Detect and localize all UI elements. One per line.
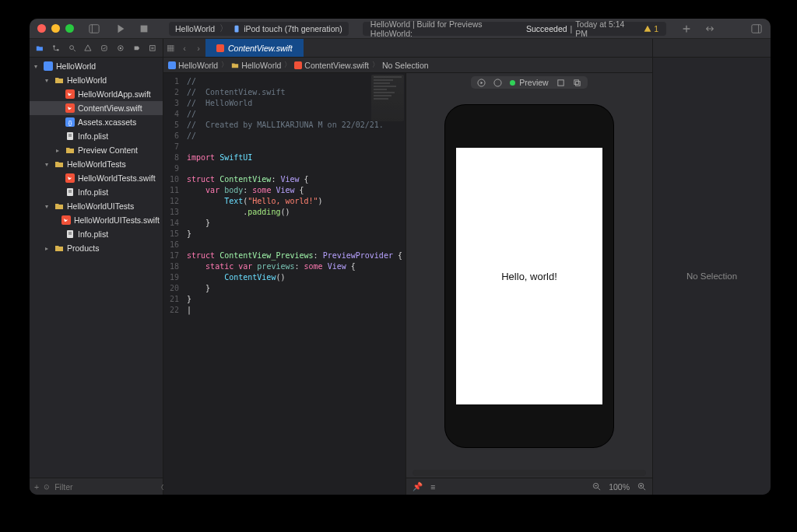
- tree-item-label: Info.plist: [78, 187, 108, 197]
- svg-rect-52: [168, 61, 176, 69]
- minimize-window-button[interactable]: [51, 24, 60, 33]
- debug-navigator-icon[interactable]: [117, 44, 125, 53]
- svg-rect-8: [752, 24, 761, 33]
- svg-marker-14: [85, 44, 91, 50]
- canvas-scrollbar[interactable]: [413, 470, 646, 476]
- preview-label: Preview: [519, 78, 548, 87]
- tab-forward-button[interactable]: ›: [191, 39, 205, 57]
- scheme-device: iPod touch (7th generation): [244, 24, 342, 33]
- code-review-button[interactable]: [704, 23, 716, 35]
- tree-item[interactable]: ▸Preview Content: [30, 143, 163, 157]
- window-body: ▾HelloWorld▾HelloWorldHelloWorldApp.swif…: [30, 58, 771, 495]
- file-tree[interactable]: ▾HelloWorld▾HelloWorldHelloWorldApp.swif…: [30, 58, 163, 478]
- disclosure-triangle-icon[interactable]: ▸: [56, 147, 62, 154]
- zoom-level[interactable]: 100%: [609, 482, 630, 492]
- tree-item[interactable]: HelloWorldUITests.swift: [30, 213, 163, 227]
- minimap[interactable]: [371, 75, 404, 121]
- source-control-navigator-icon[interactable]: [52, 44, 60, 53]
- inspect-preview-icon[interactable]: [493, 79, 502, 87]
- find-navigator-icon[interactable]: [68, 44, 76, 53]
- navigator-filter-input[interactable]: [54, 482, 156, 492]
- jump-crumb-project[interactable]: HelloWorld: [168, 61, 218, 70]
- disclosure-triangle-icon[interactable]: ▾: [34, 63, 40, 70]
- test-navigator-icon[interactable]: [100, 44, 108, 53]
- tree-item[interactable]: ▾HelloWorld: [30, 73, 163, 87]
- svg-marker-55: [481, 81, 483, 84]
- tree-item[interactable]: ▾HelloWorldUITests: [30, 199, 163, 213]
- status-separator: |: [571, 24, 573, 33]
- jump-bar[interactable]: HelloWorld 〉 HelloWorld 〉 ContentView.sw…: [163, 58, 652, 73]
- pin-preview-icon[interactable]: 📌: [413, 481, 423, 492]
- filter-scope-icon[interactable]: ⊙: [44, 483, 50, 491]
- disclosure-triangle-icon[interactable]: ▾: [45, 77, 51, 84]
- tree-item[interactable]: ▸Products: [30, 241, 163, 255]
- disclosure-triangle-icon[interactable]: ▾: [45, 203, 51, 210]
- code-text[interactable]: //// ContentView.swift// HelloWorld//// …: [184, 73, 406, 495]
- editor-area: HelloWorld 〉 HelloWorld 〉 ContentView.sw…: [163, 58, 652, 495]
- tree-item[interactable]: ContentView.swift: [30, 101, 163, 115]
- inspector-empty-text: No Selection: [686, 271, 737, 281]
- line-gutter: 12345678910111213141516171819202122: [163, 73, 184, 495]
- editor-split: 12345678910111213141516171819202122 ////…: [163, 73, 652, 495]
- activity-status[interactable]: HelloWorld | Build for Previews HelloWor…: [363, 22, 666, 36]
- issue-navigator-icon[interactable]: [84, 44, 92, 53]
- zoom-in-icon[interactable]: [637, 482, 646, 491]
- svg-marker-2: [118, 24, 125, 33]
- disclosure-triangle-icon[interactable]: ▾: [45, 161, 51, 168]
- tree-item[interactable]: Info.plist: [30, 185, 163, 199]
- duplicate-preview-icon[interactable]: [573, 79, 581, 87]
- tree-item[interactable]: Info.plist: [30, 227, 163, 241]
- inspector-panel: No Selection: [652, 58, 771, 495]
- svg-line-13: [73, 49, 75, 51]
- jump-crumb-file[interactable]: ContentView.swift: [294, 61, 369, 70]
- tree-item[interactable]: {}Assets.xcassets: [30, 115, 163, 129]
- toggle-navigator-icon[interactable]: [88, 23, 100, 35]
- live-preview-icon[interactable]: [477, 79, 486, 87]
- tree-item[interactable]: HelloWorldTests.swift: [30, 171, 163, 185]
- tree-item-label: HelloWorld: [56, 61, 96, 71]
- add-target-icon[interactable]: +: [34, 482, 39, 492]
- run-button[interactable]: [114, 23, 127, 35]
- disclosure-triangle-icon[interactable]: ▸: [45, 245, 51, 252]
- tree-item-label: Assets.xcassets: [78, 117, 136, 127]
- tree-item[interactable]: Info.plist: [30, 129, 163, 143]
- tab-related-items-icon[interactable]: ▦: [163, 39, 177, 57]
- canvas-settings-icon[interactable]: ≡: [430, 482, 435, 492]
- folder-yellow-icon: [54, 75, 64, 85]
- tree-item[interactable]: ▾HelloWorld: [30, 59, 163, 73]
- svg-text:{}: {}: [68, 120, 72, 126]
- warning-badge[interactable]: 1: [644, 24, 658, 33]
- library-button[interactable]: [750, 23, 763, 35]
- tree-item[interactable]: ▾HelloWorldTests: [30, 157, 163, 171]
- plist-icon: [65, 187, 75, 197]
- canvas-footer: 📌 ≡ 100%: [406, 478, 652, 495]
- open-file-tab[interactable]: ContentView.swift: [205, 39, 304, 57]
- preview-status[interactable]: Preview: [510, 78, 548, 87]
- open-file-tab-label: ContentView.swift: [228, 44, 293, 53]
- tree-item-label: Preview Content: [78, 145, 138, 155]
- zoom-out-icon[interactable]: [592, 482, 601, 491]
- editor-tabbar: ▦ ‹ › ContentView.swift: [163, 39, 652, 57]
- plist-icon: [65, 229, 75, 239]
- project-navigator: ▾HelloWorld▾HelloWorldHelloWorldApp.swif…: [30, 58, 163, 495]
- device-settings-icon[interactable]: [556, 79, 565, 87]
- scheme-selector[interactable]: HelloWorld 〉 iPod touch (7th generation): [169, 22, 349, 36]
- breakpoint-navigator-icon[interactable]: [133, 44, 141, 53]
- tab-back-button[interactable]: ‹: [177, 39, 191, 57]
- canvas-viewport[interactable]: Hello, world!: [406, 92, 652, 470]
- canvas-toolbar: Preview: [406, 73, 652, 92]
- tree-item-label: HelloWorldUITests.swift: [74, 215, 160, 225]
- tree-item[interactable]: HelloWorldApp.swift: [30, 87, 163, 101]
- project-navigator-icon[interactable]: [36, 44, 44, 53]
- jump-crumb-group[interactable]: HelloWorld: [231, 61, 281, 70]
- status-text-prefix: HelloWorld | Build for Previews HelloWor…: [370, 19, 523, 38]
- svg-rect-15: [102, 45, 107, 51]
- add-editor-button[interactable]: [680, 23, 693, 35]
- jump-crumb-symbol[interactable]: No Selection: [382, 61, 429, 70]
- source-editor[interactable]: 12345678910111213141516171819202122 ////…: [163, 73, 406, 495]
- zoom-window-button[interactable]: [65, 24, 74, 33]
- scheme-separator: 〉: [219, 23, 228, 34]
- close-window-button[interactable]: [37, 24, 46, 33]
- stop-button[interactable]: [138, 23, 150, 35]
- report-navigator-icon[interactable]: [149, 44, 156, 53]
